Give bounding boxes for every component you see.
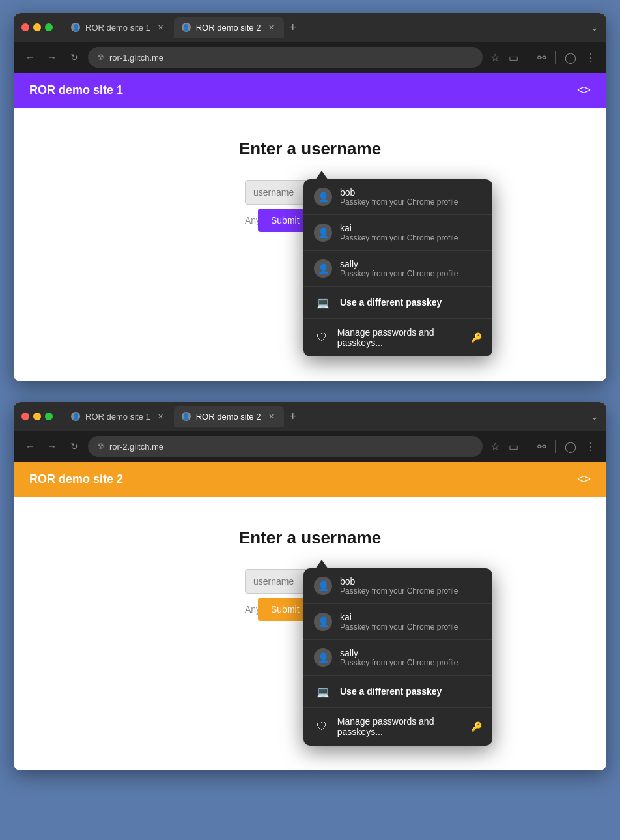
passkey-name-bob: bob <box>340 187 482 197</box>
refresh-button[interactable]: ↻ <box>66 49 83 66</box>
minimize-button[interactable] <box>33 23 41 31</box>
passkey-item-bob-2[interactable]: 👤 bob Passkey from your Chrome profile <box>303 568 492 604</box>
title-bar-1: 👤 ROR demo site 1 ✕ 👤 ROR demo site 2 ✕ … <box>14 13 606 42</box>
manage-icon-2: 🛡 <box>314 717 330 736</box>
tab-label-4: ROR demo site 2 <box>196 412 261 422</box>
site-title-2: ROR demo site 2 <box>29 472 123 486</box>
page-content-2: Enter a username 👤 bob Passkey from your… <box>14 497 606 770</box>
cast-icon-2[interactable]: ▭ <box>506 438 521 456</box>
address-bar-1: ← → ↻ ☢ ror-1.glitch.me ☆ ▭ ⚯ ◯ ⋮ <box>14 42 606 73</box>
tab-close-2[interactable]: ✕ <box>266 22 276 33</box>
address-bar-2: ← → ↻ ☢ ror-2.glitch.me ☆ ▭ ⚯ ◯ ⋮ <box>14 431 606 462</box>
tab-label-2: ROR demo site 2 <box>196 23 261 33</box>
site-header-1: ROR demo site 1 <> <box>14 73 606 108</box>
site-header-2: ROR demo site 2 <> <box>14 462 606 497</box>
profile-icon-2[interactable]: ◯ <box>562 438 579 456</box>
address-input-1[interactable]: ☢ ror-1.glitch.me <box>88 47 483 68</box>
url-text-2: ror-2.glitch.me <box>109 442 163 452</box>
device-icon-2: 💻 <box>314 684 332 699</box>
code-icon-1[interactable]: <> <box>577 83 591 97</box>
passkey-manage-1[interactable]: 🛡 Manage passwords and passkeys... 🔑 <box>303 319 492 356</box>
passkey-info-bob-2: bob Passkey from your Chrome profile <box>340 576 482 596</box>
manage-icon-1: 🛡 <box>314 328 330 347</box>
tab-close-1[interactable]: ✕ <box>156 22 166 33</box>
tab-favicon-1: 👤 <box>71 23 80 32</box>
close-button[interactable] <box>21 23 29 31</box>
passkey-sub-kai-2: Passkey from your Chrome profile <box>340 622 482 631</box>
tab-favicon-3: 👤 <box>71 412 80 421</box>
passkey-dropdown-2: 👤 bob Passkey from your Chrome profile 👤… <box>303 568 492 746</box>
site-title-1: ROR demo site 1 <box>29 83 123 97</box>
passkey-item-kai[interactable]: 👤 kai Passkey from your Chrome profile <box>303 215 492 251</box>
tab-add-button-2[interactable]: + <box>284 410 302 424</box>
tab-ror-site-1-inactive[interactable]: 👤 ROR demo site 1 ✕ <box>63 17 174 38</box>
passkey-different-1[interactable]: 💻 Use a different passkey <box>303 287 492 319</box>
different-passkey-label-1: Use a different passkey <box>340 297 442 308</box>
passkey-sub-sally: Passkey from your Chrome profile <box>340 269 482 278</box>
passkey-name-bob-2: bob <box>340 576 482 587</box>
maximize-button-2[interactable] <box>45 413 53 420</box>
key-icon-colored-2: 🔑 <box>471 721 482 732</box>
tab-close-3[interactable]: ✕ <box>156 411 166 422</box>
dropdown-arrow-2 <box>315 560 328 569</box>
tab-ror-site-1-inactive-2[interactable]: 👤 ROR demo site 1 ✕ <box>63 406 174 427</box>
page-heading-1: Enter a username <box>239 139 381 159</box>
tab-close-4[interactable]: ✕ <box>266 411 276 422</box>
tab-chevron-2[interactable]: ⌄ <box>591 411 599 422</box>
flask-icon[interactable]: ⚯ <box>535 49 548 66</box>
manage-label-2: Manage passwords and passkeys... <box>337 716 460 737</box>
tab-ror-site-2-active-2[interactable]: 👤 ROR demo site 2 ✕ <box>174 406 285 427</box>
toolbar-icons-1: ☆ ▭ ⚯ ◯ ⋮ <box>488 49 599 66</box>
passkey-sub-kai: Passkey from your Chrome profile <box>340 233 482 242</box>
back-button-2[interactable]: ← <box>21 438 38 455</box>
cast-icon[interactable]: ▭ <box>506 49 521 66</box>
tab-ror-site-2-active[interactable]: 👤 ROR demo site 2 ✕ <box>174 17 285 38</box>
tab-label-1: ROR demo site 1 <box>85 23 150 33</box>
minimize-button-2[interactable] <box>33 413 41 420</box>
passkey-name-kai: kai <box>340 223 482 233</box>
passkey-sub-sally-2: Passkey from your Chrome profile <box>340 658 482 667</box>
page-heading-2: Enter a username <box>239 528 381 548</box>
passkey-avatar-bob-2: 👤 <box>314 577 332 595</box>
passkey-item-sally[interactable]: 👤 sally Passkey from your Chrome profile <box>303 251 492 287</box>
passkey-item-sally-2[interactable]: 👤 sally Passkey from your Chrome profile <box>303 640 492 676</box>
passkey-info-bob: bob Passkey from your Chrome profile <box>340 187 482 207</box>
profile-icon[interactable]: ◯ <box>562 49 579 66</box>
passkey-different-2[interactable]: 💻 Use a different passkey <box>303 676 492 708</box>
refresh-button-2[interactable]: ↻ <box>66 438 83 455</box>
forward-button-2[interactable]: → <box>44 438 61 455</box>
star-icon[interactable]: ☆ <box>488 49 502 66</box>
traffic-lights-1 <box>21 23 53 31</box>
passkey-item-bob[interactable]: 👤 bob Passkey from your Chrome profile <box>303 179 492 215</box>
browser-window-2: 👤 ROR demo site 1 ✕ 👤 ROR demo site 2 ✕ … <box>14 402 606 770</box>
passkey-manage-2[interactable]: 🛡 Manage passwords and passkeys... 🔑 <box>303 708 492 746</box>
close-button-2[interactable] <box>21 413 29 420</box>
passkey-name-sally: sally <box>340 259 482 269</box>
passkey-avatar-bob: 👤 <box>314 188 332 206</box>
passkey-name-sally-2: sally <box>340 648 482 658</box>
menu-icon[interactable]: ⋮ <box>583 49 599 66</box>
back-button[interactable]: ← <box>21 49 38 66</box>
address-input-2[interactable]: ☢ ror-2.glitch.me <box>88 436 483 457</box>
tab-chevron[interactable]: ⌄ <box>591 22 599 33</box>
passkey-name-kai-2: kai <box>340 612 482 622</box>
star-icon-2[interactable]: ☆ <box>488 438 502 456</box>
device-icon-1: 💻 <box>314 295 332 310</box>
passkey-info-kai: kai Passkey from your Chrome profile <box>340 223 482 242</box>
tab-label-3: ROR demo site 1 <box>85 412 150 422</box>
passkey-dropdown-1: 👤 bob Passkey from your Chrome profile 👤… <box>303 179 492 356</box>
tab-favicon-2: 👤 <box>182 23 191 32</box>
tab-add-button[interactable]: + <box>284 21 302 35</box>
different-passkey-label-2: Use a different passkey <box>340 686 442 697</box>
menu-icon-2[interactable]: ⋮ <box>583 438 599 456</box>
flask-icon-2[interactable]: ⚯ <box>535 438 548 456</box>
forward-button[interactable]: → <box>44 49 61 66</box>
passkey-avatar-kai: 👤 <box>314 224 332 242</box>
security-icon: ☢ <box>97 53 104 62</box>
maximize-button[interactable] <box>45 23 53 31</box>
toolbar-icons-2: ☆ ▭ ⚯ ◯ ⋮ <box>488 438 599 456</box>
code-icon-2[interactable]: <> <box>577 472 591 486</box>
security-icon-2: ☢ <box>97 442 104 451</box>
passkey-item-kai-2[interactable]: 👤 kai Passkey from your Chrome profile <box>303 604 492 640</box>
traffic-lights-2 <box>21 413 53 420</box>
